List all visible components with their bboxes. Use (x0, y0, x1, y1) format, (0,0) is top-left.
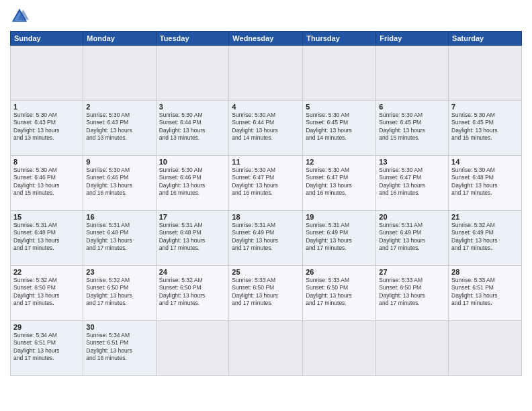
day-number: 23 (86, 268, 152, 276)
calendar-cell: 25Sunrise: 5:33 AM Sunset: 6:50 PM Dayli… (229, 266, 303, 321)
calendar-cell: 19Sunrise: 5:31 AM Sunset: 6:49 PM Dayli… (303, 211, 376, 266)
calendar-week-0 (11, 46, 522, 101)
day-number: 13 (379, 158, 445, 166)
day-number: 1 (13, 103, 80, 111)
day-number: 29 (13, 323, 80, 331)
calendar-cell: 18Sunrise: 5:31 AM Sunset: 6:49 PM Dayli… (229, 211, 303, 266)
calendar-cell: 15Sunrise: 5:31 AM Sunset: 6:48 PM Dayli… (11, 211, 83, 266)
cell-info: Sunrise: 5:32 AM Sunset: 6:50 PM Dayligh… (159, 277, 226, 308)
calendar-cell: 16Sunrise: 5:31 AM Sunset: 6:48 PM Dayli… (83, 211, 156, 266)
cell-info: Sunrise: 5:34 AM Sunset: 6:51 PM Dayligh… (13, 332, 80, 363)
cell-info: Sunrise: 5:33 AM Sunset: 6:50 PM Dayligh… (232, 277, 300, 308)
calendar-cell: 7Sunrise: 5:30 AM Sunset: 6:45 PM Daylig… (449, 101, 522, 156)
header-day-saturday: Saturday (449, 32, 522, 46)
day-number: 19 (306, 213, 373, 221)
cell-info: Sunrise: 5:30 AM Sunset: 6:46 PM Dayligh… (86, 167, 152, 197)
day-number: 9 (86, 158, 152, 166)
calendar-cell: 1Sunrise: 5:30 AM Sunset: 6:43 PM Daylig… (11, 101, 83, 156)
day-number: 30 (86, 323, 152, 331)
calendar-cell (303, 321, 376, 376)
calendar-cell (229, 321, 303, 376)
cell-info: Sunrise: 5:30 AM Sunset: 6:47 PM Dayligh… (379, 167, 445, 197)
calendar-cell (449, 321, 522, 376)
day-number: 22 (13, 268, 80, 276)
calendar-cell: 2Sunrise: 5:30 AM Sunset: 6:43 PM Daylig… (83, 101, 156, 156)
day-number: 15 (13, 213, 80, 221)
cell-info: Sunrise: 5:30 AM Sunset: 6:48 PM Dayligh… (451, 167, 519, 197)
cell-info: Sunrise: 5:30 AM Sunset: 6:47 PM Dayligh… (306, 167, 373, 197)
header-day-thursday: Thursday (303, 32, 376, 46)
calendar-cell (303, 46, 376, 101)
header-day-tuesday: Tuesday (156, 32, 229, 46)
calendar-cell: 27Sunrise: 5:33 AM Sunset: 6:50 PM Dayli… (376, 266, 449, 321)
day-number: 27 (379, 268, 445, 276)
header-day-wednesday: Wednesday (229, 32, 303, 46)
calendar-cell (11, 46, 83, 101)
day-number: 12 (306, 158, 373, 166)
day-number: 6 (379, 103, 445, 111)
day-number: 7 (451, 103, 519, 111)
logo (10, 7, 32, 26)
calendar: SundayMondayTuesdayWednesdayThursdayFrid… (10, 31, 522, 376)
calendar-week-4: 22Sunrise: 5:32 AM Sunset: 6:50 PM Dayli… (11, 266, 522, 321)
cell-info: Sunrise: 5:30 AM Sunset: 6:47 PM Dayligh… (232, 167, 300, 197)
day-number: 20 (379, 213, 445, 221)
logo-icon (10, 7, 29, 26)
calendar-cell: 4Sunrise: 5:30 AM Sunset: 6:44 PM Daylig… (229, 101, 303, 156)
cell-info: Sunrise: 5:30 AM Sunset: 6:45 PM Dayligh… (306, 111, 373, 142)
calendar-cell (156, 321, 229, 376)
calendar-cell: 24Sunrise: 5:32 AM Sunset: 6:50 PM Dayli… (156, 266, 229, 321)
day-number: 2 (86, 103, 152, 111)
day-number: 14 (451, 158, 519, 166)
calendar-cell: 9Sunrise: 5:30 AM Sunset: 6:46 PM Daylig… (83, 156, 156, 211)
header-day-sunday: Sunday (11, 32, 83, 46)
calendar-cell: 30Sunrise: 5:34 AM Sunset: 6:51 PM Dayli… (83, 321, 156, 376)
day-number: 11 (232, 158, 300, 166)
header (10, 7, 522, 26)
day-number: 5 (306, 103, 373, 111)
day-number: 16 (86, 213, 152, 221)
calendar-cell (229, 46, 303, 101)
calendar-cell: 23Sunrise: 5:32 AM Sunset: 6:50 PM Dayli… (83, 266, 156, 321)
day-number: 18 (232, 213, 300, 221)
calendar-week-2: 8Sunrise: 5:30 AM Sunset: 6:46 PM Daylig… (11, 156, 522, 211)
day-number: 10 (159, 158, 226, 166)
calendar-week-3: 15Sunrise: 5:31 AM Sunset: 6:48 PM Dayli… (11, 211, 522, 266)
cell-info: Sunrise: 5:30 AM Sunset: 6:45 PM Dayligh… (451, 111, 519, 142)
calendar-cell (83, 46, 156, 101)
cell-info: Sunrise: 5:30 AM Sunset: 6:43 PM Dayligh… (13, 111, 80, 142)
day-number: 26 (306, 268, 373, 276)
calendar-cell: 11Sunrise: 5:30 AM Sunset: 6:47 PM Dayli… (229, 156, 303, 211)
calendar-cell: 5Sunrise: 5:30 AM Sunset: 6:45 PM Daylig… (303, 101, 376, 156)
cell-info: Sunrise: 5:30 AM Sunset: 6:44 PM Dayligh… (232, 111, 300, 142)
calendar-cell: 10Sunrise: 5:30 AM Sunset: 6:46 PM Dayli… (156, 156, 229, 211)
calendar-cell: 3Sunrise: 5:30 AM Sunset: 6:44 PM Daylig… (156, 101, 229, 156)
day-number: 21 (451, 213, 519, 221)
cell-info: Sunrise: 5:31 AM Sunset: 6:48 PM Dayligh… (13, 222, 80, 253)
cell-info: Sunrise: 5:30 AM Sunset: 6:45 PM Dayligh… (379, 111, 445, 142)
cell-info: Sunrise: 5:30 AM Sunset: 6:43 PM Dayligh… (86, 111, 152, 142)
calendar-cell: 28Sunrise: 5:33 AM Sunset: 6:51 PM Dayli… (449, 266, 522, 321)
calendar-header-row: SundayMondayTuesdayWednesdayThursdayFrid… (11, 32, 522, 46)
header-day-friday: Friday (376, 32, 449, 46)
cell-info: Sunrise: 5:32 AM Sunset: 6:50 PM Dayligh… (86, 277, 152, 308)
cell-info: Sunrise: 5:31 AM Sunset: 6:48 PM Dayligh… (159, 222, 226, 253)
cell-info: Sunrise: 5:31 AM Sunset: 6:49 PM Dayligh… (379, 222, 445, 253)
calendar-cell (376, 46, 449, 101)
cell-info: Sunrise: 5:30 AM Sunset: 6:44 PM Dayligh… (159, 111, 226, 142)
calendar-cell: 20Sunrise: 5:31 AM Sunset: 6:49 PM Dayli… (376, 211, 449, 266)
calendar-cell: 8Sunrise: 5:30 AM Sunset: 6:46 PM Daylig… (11, 156, 83, 211)
calendar-cell: 13Sunrise: 5:30 AM Sunset: 6:47 PM Dayli… (376, 156, 449, 211)
cell-info: Sunrise: 5:33 AM Sunset: 6:51 PM Dayligh… (451, 277, 519, 308)
cell-info: Sunrise: 5:31 AM Sunset: 6:49 PM Dayligh… (232, 222, 300, 253)
day-number: 17 (159, 213, 226, 221)
calendar-cell: 14Sunrise: 5:30 AM Sunset: 6:48 PM Dayli… (449, 156, 522, 211)
cell-info: Sunrise: 5:31 AM Sunset: 6:49 PM Dayligh… (306, 222, 373, 253)
header-day-monday: Monday (83, 32, 156, 46)
cell-info: Sunrise: 5:34 AM Sunset: 6:51 PM Dayligh… (86, 332, 152, 363)
page: SundayMondayTuesdayWednesdayThursdayFrid… (0, 0, 532, 411)
calendar-cell (449, 46, 522, 101)
calendar-cell (376, 321, 449, 376)
day-number: 25 (232, 268, 300, 276)
day-number: 28 (451, 268, 519, 276)
